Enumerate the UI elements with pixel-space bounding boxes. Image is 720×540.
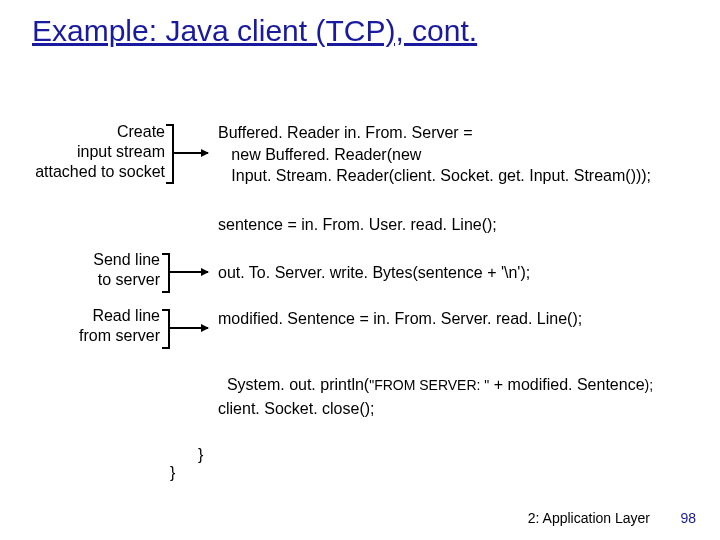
footer-chapter: 2: Application Layer: [528, 510, 650, 526]
arrow-read: [168, 327, 208, 329]
code-out-to-server: out. To. Server. write. Bytes(sentence +…: [218, 262, 530, 284]
arrow-create: [172, 152, 208, 154]
code-sentence: sentence = in. From. User. read. Line();: [218, 214, 497, 236]
code-client-close: client. Socket. close();: [218, 398, 375, 420]
code-brace-outer: }: [170, 462, 175, 484]
code-println-c: );: [645, 377, 654, 393]
code-println-quote: "FROM SERVER: ": [369, 377, 489, 393]
bracket-read: [162, 309, 170, 349]
code-brace-inner: }: [198, 444, 203, 466]
bracket-send: [162, 253, 170, 293]
arrow-send: [168, 271, 208, 273]
code-println-b: + modified. Sentence: [489, 376, 644, 393]
code-buffered-reader: Buffered. Reader in. From. Server = new …: [218, 122, 651, 187]
code-println-a: System. out. println(: [227, 376, 369, 393]
label-read-line: Read line from server: [60, 306, 160, 346]
bracket-create: [166, 124, 174, 184]
code-println: System. out. println("FROM SERVER: " + m…: [218, 352, 653, 395]
code-modified-sentence: modified. Sentence = in. From. Server. r…: [218, 308, 582, 330]
slide-title: Example: Java client (TCP), cont.: [32, 14, 477, 48]
label-send-line: Send line to server: [70, 250, 160, 290]
footer-page-number: 98: [680, 510, 696, 526]
label-create-stream: Create input stream attached to socket: [20, 122, 165, 182]
